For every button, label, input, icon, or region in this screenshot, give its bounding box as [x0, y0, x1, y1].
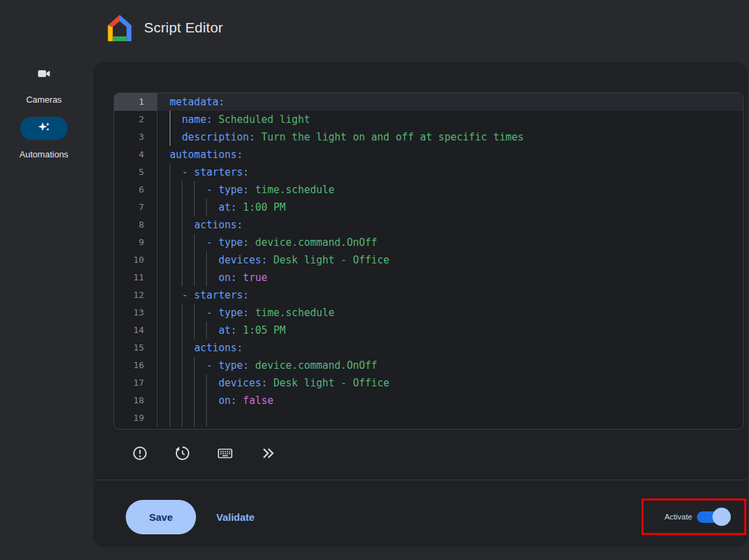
code-line[interactable]: 1metadata: [114, 93, 743, 111]
sidebar-item-cameras[interactable] [0, 66, 88, 84]
annotation-highlight: Activate [642, 499, 746, 535]
indent-guide [182, 234, 183, 251]
indent-guide [182, 216, 183, 234]
code-line[interactable]: 4automations: [114, 146, 743, 163]
editor-toolbar [131, 444, 276, 462]
code-token: Turn the light on and off at specific ti… [255, 131, 523, 143]
indent-guide [194, 181, 195, 199]
line-number: 18 [114, 392, 158, 409]
code-token: - type: [206, 307, 249, 319]
code-line[interactable]: 14 at: 1:05 PM [114, 322, 743, 339]
videocam-icon [37, 72, 51, 83]
indent-guide [206, 251, 207, 269]
google-home-logo [107, 14, 132, 42]
code-line[interactable]: 18 on: false [114, 392, 743, 409]
code-line[interactable]: 17 devices: Desk light - Office [114, 374, 743, 392]
code-line[interactable]: 9 - type: device.command.OnOff [114, 234, 743, 251]
code-line[interactable]: 2 name: Scheduled light [114, 111, 743, 128]
keyboard-icon[interactable] [216, 444, 234, 462]
code-token: time.schedule [249, 307, 334, 319]
history-icon[interactable] [174, 444, 191, 462]
indent-guide [194, 374, 195, 392]
code-editor[interactable]: 1metadata:2 name: Scheduled light3 descr… [114, 93, 744, 430]
code-token: time.schedule [249, 184, 334, 196]
code-token: at: [218, 324, 237, 336]
code-line[interactable]: 10 devices: Desk light - Office [114, 251, 743, 269]
activate-label: Activate [665, 513, 692, 521]
indent-guide [206, 199, 207, 216]
line-number: 16 [114, 357, 158, 374]
indent-guide [194, 251, 195, 269]
code-token: false [237, 394, 273, 407]
validate-button[interactable]: Validate [216, 500, 255, 534]
code-line[interactable]: 5 - starters: [114, 163, 743, 181]
code-token: device.command.OnOff [249, 359, 377, 372]
save-button[interactable]: Save [126, 500, 196, 534]
code-token: on: [218, 394, 237, 407]
line-number: 13 [114, 304, 158, 322]
indent-guide [170, 163, 170, 181]
indent-guide [206, 322, 207, 339]
indent-guide [170, 216, 170, 234]
indent-guide [170, 251, 170, 269]
indent-guide [194, 304, 195, 322]
indent-guide [182, 322, 183, 339]
line-number: 14 [114, 322, 158, 339]
code-line[interactable]: 3 description: Turn the light on and off… [114, 128, 743, 146]
code-line[interactable]: 8 actions: [114, 216, 743, 234]
line-number: 10 [114, 251, 158, 269]
code-token: devices: [218, 254, 267, 266]
line-number: 19 [114, 409, 158, 427]
indent-guide [170, 392, 170, 409]
indent-guide [170, 234, 170, 251]
indent-guide [182, 374, 183, 392]
indent-guide [170, 111, 170, 128]
code-token: actions: [194, 342, 243, 354]
indent-guide [182, 251, 183, 269]
line-number: 5 [114, 163, 158, 181]
indent-guide [206, 374, 207, 392]
sidebar-item-cameras-label[interactable]: Cameras [0, 95, 88, 105]
line-number: 6 [114, 181, 158, 199]
sparkle-icon [37, 120, 51, 137]
code-token: 1:05 PM [237, 324, 285, 336]
line-number: 11 [114, 269, 158, 286]
code-token: name: [182, 113, 212, 126]
activate-toggle[interactable] [697, 511, 731, 523]
line-number: 17 [114, 374, 158, 392]
indent-guide [194, 234, 195, 251]
problems-icon[interactable] [131, 444, 149, 462]
indent-guide [182, 392, 183, 409]
indent-guide [182, 269, 183, 286]
more-chevrons-icon[interactable] [259, 444, 276, 462]
line-number: 12 [114, 286, 158, 304]
code-line[interactable]: 12 - starters: [114, 286, 743, 304]
code-token: true [237, 272, 267, 284]
line-number: 2 [114, 111, 158, 128]
code-line[interactable]: 16 - type: device.command.OnOff [114, 357, 743, 374]
code-line[interactable]: 19 [114, 409, 743, 427]
indent-guide [194, 409, 195, 427]
indent-guide [170, 409, 170, 427]
indent-guide [194, 322, 195, 339]
page-title: Script Editor [144, 20, 223, 36]
indent-guide [206, 409, 207, 427]
code-line[interactable]: 13 - type: time.schedule [114, 304, 743, 322]
code-line[interactable]: 6 - type: time.schedule [114, 181, 743, 199]
sidebar-item-automations[interactable] [20, 117, 68, 140]
code-line[interactable]: 11 on: true [114, 269, 743, 286]
indent-guide [170, 269, 170, 286]
line-number: 1 [114, 93, 158, 111]
sidebar-item-automations-label[interactable]: Automations [0, 149, 88, 159]
indent-guide [170, 339, 170, 357]
code-token: - type: [206, 184, 249, 196]
code-token: metadata: [170, 96, 224, 108]
code-token: automations: [170, 149, 243, 161]
indent-guide [182, 409, 183, 427]
code-token: Scheduled light [212, 113, 310, 126]
line-number: 3 [114, 128, 158, 146]
code-line[interactable]: 7 at: 1:00 PM [114, 199, 743, 216]
code-line[interactable]: 15 actions: [114, 339, 743, 357]
code-token: Desk light - Office [268, 254, 390, 266]
code-token: device.command.OnOff [249, 236, 377, 249]
